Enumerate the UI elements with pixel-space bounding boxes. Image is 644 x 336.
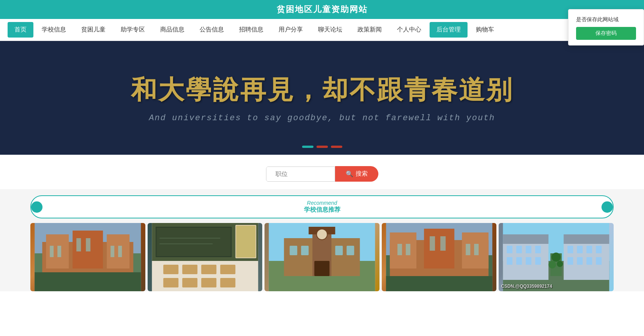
main-nav: 首页 学校信息 贫困儿童 助学专区 商品信息 公告信息 招聘信息 用户分享 聊天…	[0, 19, 644, 41]
svg-rect-57	[503, 234, 549, 244]
svg-rect-6	[35, 272, 141, 291]
school-card-2-image	[148, 223, 263, 291]
svg-rect-62	[535, 246, 541, 253]
nav-item-school[interactable]: 学校信息	[35, 22, 73, 38]
search-button[interactable]: 🔍 搜索	[335, 166, 378, 182]
svg-rect-46	[397, 244, 402, 255]
popup-save-button[interactable]: 保存密码	[576, 27, 636, 40]
search-button-label: 搜索	[356, 170, 368, 178]
svg-rect-66	[535, 257, 541, 265]
svg-rect-48	[430, 236, 435, 251]
school-card-4-image	[382, 223, 497, 291]
svg-rect-52	[386, 276, 492, 291]
nav-item-admin[interactable]: 后台管理	[430, 22, 468, 38]
nav-item-jobs[interactable]: 招聘信息	[232, 22, 270, 38]
svg-rect-72	[577, 257, 583, 265]
section-recommend-label: Recommend	[31, 200, 613, 206]
svg-rect-19	[163, 265, 178, 274]
svg-point-76	[552, 253, 561, 262]
svg-rect-8	[57, 246, 61, 257]
school-card-1[interactable]	[30, 223, 145, 291]
section-header-area: Recommend 学校信息推荐	[0, 189, 644, 218]
school-cards-grid: CSDN.@QQ3359892174	[0, 218, 644, 291]
svg-point-34	[316, 229, 327, 240]
svg-rect-67	[568, 246, 573, 253]
search-section: 🔍 搜索	[0, 155, 644, 189]
svg-rect-16	[156, 228, 231, 256]
svg-rect-58	[564, 234, 609, 244]
svg-rect-36	[301, 246, 309, 255]
svg-rect-37	[335, 246, 343, 255]
nav-item-home[interactable]: 首页	[8, 22, 33, 38]
svg-point-77	[549, 261, 556, 268]
carousel-dots	[302, 146, 342, 148]
nav-item-forum[interactable]: 聊天论坛	[311, 22, 349, 38]
svg-rect-49	[440, 236, 446, 251]
hero-subtitle: And universities to say goodbye, but not…	[149, 113, 495, 123]
svg-rect-71	[568, 257, 573, 265]
svg-rect-38	[346, 246, 354, 255]
svg-point-78	[557, 261, 563, 267]
password-popup: 是否保存此网站域 保存密码	[568, 9, 644, 46]
svg-rect-68	[577, 246, 583, 253]
school-card-2[interactable]	[148, 223, 263, 291]
svg-rect-61	[526, 246, 532, 253]
svg-rect-65	[526, 257, 532, 265]
search-input-wrapper	[266, 166, 335, 182]
dot-2[interactable]	[316, 146, 328, 148]
nav-item-news[interactable]: 政策新闻	[351, 22, 389, 38]
school-card-3[interactable]	[265, 223, 379, 291]
popup-description: 是否保存此网站域	[576, 16, 636, 23]
svg-rect-70	[596, 246, 602, 253]
svg-rect-50	[466, 244, 470, 255]
watermark-text: CSDN.@QQ3359892174	[501, 284, 552, 289]
svg-rect-44	[424, 229, 454, 268]
site-title-bar: 贫困地区儿童资助网站	[0, 0, 644, 19]
svg-rect-39	[314, 261, 329, 276]
svg-rect-25	[201, 278, 216, 287]
section-title: 学校信息推荐	[31, 206, 613, 214]
nav-item-scholarship[interactable]: 助学专区	[114, 22, 152, 38]
hero-title: 和大學說再見，却不跟青春道别	[131, 73, 513, 107]
search-icon: 🔍	[346, 170, 353, 177]
svg-rect-24	[182, 278, 197, 287]
svg-rect-22	[220, 265, 235, 274]
dot-1[interactable]	[302, 146, 313, 148]
svg-rect-69	[587, 246, 592, 253]
svg-rect-47	[406, 244, 410, 255]
svg-rect-43	[390, 232, 416, 268]
nav-item-profile[interactable]: 个人中心	[390, 22, 428, 38]
nav-item-announcements[interactable]: 公告信息	[193, 22, 231, 38]
svg-rect-35	[290, 246, 297, 255]
svg-rect-59	[507, 246, 513, 253]
school-card-5-image	[499, 223, 614, 291]
svg-rect-23	[163, 278, 178, 287]
svg-rect-12	[118, 246, 122, 257]
svg-rect-73	[587, 257, 592, 265]
svg-rect-7	[50, 246, 54, 257]
nav-item-children[interactable]: 贫困儿童	[74, 22, 112, 38]
svg-rect-10	[86, 238, 90, 251]
svg-rect-60	[516, 246, 522, 253]
school-card-5[interactable]: CSDN.@QQ3359892174	[499, 223, 614, 291]
hero-banner: 和大學說再見，却不跟青春道别 And universities to say g…	[0, 41, 644, 155]
svg-rect-20	[182, 265, 197, 274]
svg-rect-63	[507, 257, 513, 265]
svg-rect-26	[220, 278, 235, 287]
nav-item-products[interactable]: 商品信息	[153, 22, 191, 38]
nav-item-cart[interactable]: 购物车	[469, 22, 501, 38]
dot-3[interactable]	[331, 146, 342, 148]
svg-rect-51	[474, 244, 479, 255]
svg-rect-28	[236, 226, 255, 257]
school-card-1-image	[30, 223, 145, 291]
svg-rect-21	[201, 265, 216, 274]
svg-rect-74	[596, 257, 602, 265]
school-card-3-image	[265, 223, 379, 291]
svg-rect-64	[516, 257, 522, 265]
section-header: Recommend 学校信息推荐	[30, 195, 614, 218]
nav-item-share[interactable]: 用户分享	[272, 22, 310, 38]
svg-rect-11	[110, 246, 114, 257]
site-title: 贫困地区儿童资助网站	[277, 5, 368, 14]
search-input[interactable]	[266, 167, 335, 181]
school-card-4[interactable]	[382, 223, 497, 291]
